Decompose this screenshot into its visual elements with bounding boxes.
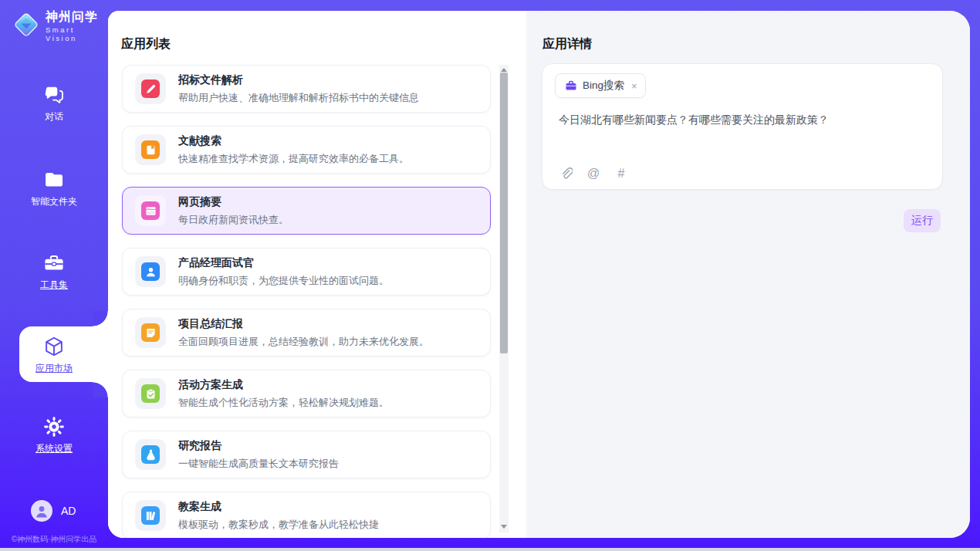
app-desc: 一键智能生成高质量长文本研究报告: [178, 457, 339, 471]
app-title: 项目总结汇报: [178, 317, 429, 331]
interviewer-icon: [141, 262, 160, 281]
app-list-item[interactable]: 研究报告 一键智能生成高质量长文本研究报告: [122, 431, 491, 478]
edit-doc-icon: [141, 79, 160, 98]
app-desc: 全面回顾项目进展，总结经验教训，助力未来优化发展。: [178, 335, 429, 349]
brand-logo: 神州问学 Smart Vision: [12, 10, 108, 42]
prompt-card: Bing搜索 × 今日湖北有哪些新闻要点？有哪些需要关注的最新政策？ @ #: [542, 63, 943, 190]
at-icon[interactable]: @: [586, 166, 601, 181]
tool-tag[interactable]: Bing搜索 ×: [555, 73, 646, 98]
app-list-item[interactable]: </> 网页摘要 每日政府新闻资讯快查。: [122, 187, 491, 235]
browser-code-icon: </>: [141, 201, 160, 220]
sidebar-item-应用市场[interactable]: 应用市场: [0, 326, 108, 382]
app-title: 文献搜索: [178, 134, 409, 148]
svg-text:</>: </>: [147, 209, 154, 214]
app-detail-title: 应用详情: [542, 36, 592, 52]
sidebar-item-label: 应用市场: [0, 362, 108, 375]
app-desc: 每日政府新闻资讯快查。: [178, 213, 289, 227]
app-list-item[interactable]: 项目总结汇报 全面回顾项目进展，总结经验教训，助力未来优化发展。: [122, 309, 491, 357]
cube-icon: [0, 335, 108, 358]
toolbox-icon: [0, 252, 108, 275]
app-desc: 明确身份和职责，为您提供专业性的面试问题。: [178, 274, 389, 288]
tool-tag-label: Bing搜索: [583, 79, 624, 93]
sidebar-item-对话[interactable]: 对话: [0, 83, 108, 123]
sidebar-item-label: 系统设置: [0, 442, 108, 455]
app-desc: 模板驱动，教案秒成，教学准备从此轻松快捷: [178, 518, 379, 532]
gem-icon: [12, 10, 41, 42]
sidebar-item-系统设置[interactable]: 系统设置: [0, 415, 108, 455]
tool-tag-close-icon[interactable]: ×: [631, 81, 637, 91]
tab-curve-bottom: [93, 382, 108, 397]
avatar: [31, 500, 52, 522]
prompt-input[interactable]: 今日湖北有哪些新闻要点？有哪些需要关注的最新政策？: [559, 112, 927, 127]
sidebar-item-label: 对话: [0, 110, 108, 123]
folder-icon: [0, 168, 108, 191]
briefcase-icon: [565, 79, 577, 92]
app-list-item[interactable]: 教案生成 模板驱动，教案秒成，教学准备从此轻松快捷: [122, 492, 491, 538]
paperclip-icon[interactable]: [558, 166, 573, 181]
sidebar-item-智能文件夹[interactable]: 智能文件夹: [0, 168, 108, 208]
app-detail-panel: 应用详情 Bing搜索 × 今日湖北有哪些新闻要点？有哪些需要关注的最新政策？ …: [526, 11, 970, 538]
user-account[interactable]: AD: [31, 500, 76, 522]
clipboard-check-icon: [141, 384, 160, 403]
app-list-item[interactable]: 文献搜索 快速精准查找学术资源，提高研究效率的必备工具。: [122, 126, 491, 174]
sidebar-item-label: 工具集: [0, 279, 108, 292]
tab-curve-top: [93, 311, 108, 326]
gear-icon: [0, 415, 108, 438]
app-desc: 快速精准查找学术资源，提高研究效率的必备工具。: [178, 152, 409, 166]
app-title: 网页摘要: [178, 195, 289, 209]
app-list-item[interactable]: 招标文件解析 帮助用户快速、准确地理解和解析招标书中的关键信息: [122, 65, 491, 113]
window-bottom-edge: [0, 548, 980, 551]
scrollbar-thumb[interactable]: [500, 73, 508, 353]
app-title: 活动方案生成: [178, 378, 389, 392]
sidebar: 神州问学 Smart Vision 对话 智能文件夹 工具集 应用市场 系统设置: [0, 0, 108, 551]
run-button[interactable]: 运行: [904, 209, 941, 232]
note-icon: [141, 323, 160, 342]
sidebar-item-工具集[interactable]: 工具集: [0, 252, 108, 292]
app-title: 招标文件解析: [178, 73, 419, 87]
app-list-item[interactable]: 活动方案生成 智能生成个性化活动方案，轻松解决规划难题。: [122, 370, 491, 417]
book-icon: [141, 140, 160, 159]
scrollbar[interactable]: [499, 65, 509, 532]
chat-icon: [0, 83, 108, 106]
brand-subtitle: Smart Vision: [46, 25, 108, 42]
scroll-down-arrow-icon[interactable]: [499, 522, 509, 531]
app-desc: 智能生成个性化活动方案，轻松解决规划难题。: [178, 396, 389, 410]
sidebar-footer: ©神州数码·神州问学出品: [0, 534, 108, 545]
app-title: 教案生成: [178, 500, 379, 514]
main-container: 应用列表 招标文件解析 帮助用户快速、准确地理解和解析招标书中的关键信息 文献搜…: [108, 11, 970, 538]
hash-icon[interactable]: #: [613, 166, 629, 181]
books-icon: [141, 506, 160, 525]
app-list-item[interactable]: 产品经理面试官 明确身份和职责，为您提供专业性的面试问题。: [122, 248, 491, 296]
app-title: 研究报告: [178, 439, 339, 453]
app-desc: 帮助用户快速、准确地理解和解析招标书中的关键信息: [178, 91, 419, 105]
ink-icon: [141, 445, 160, 464]
sidebar-item-label: 智能文件夹: [0, 195, 108, 208]
brand-name: 神州问学: [46, 10, 108, 24]
user-initials: AD: [61, 505, 76, 517]
app-title: 产品经理面试官: [178, 256, 389, 270]
app-list-panel: 应用列表 招标文件解析 帮助用户快速、准确地理解和解析招标书中的关键信息 文献搜…: [108, 11, 526, 538]
app-list-title: 应用列表: [121, 36, 171, 52]
composer-toolbar: @ #: [558, 166, 629, 181]
